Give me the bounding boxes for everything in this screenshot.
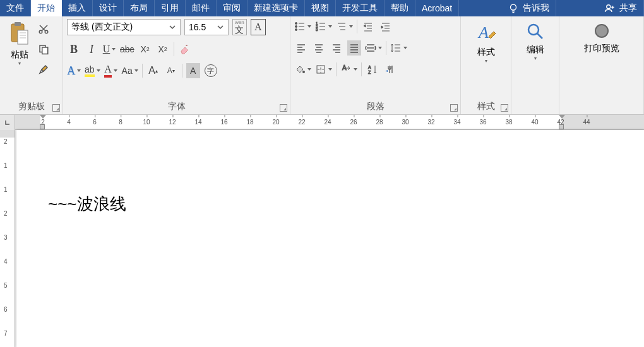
svg-point-15 xyxy=(302,71,305,73)
ribbon-tabs: 文件 开始 插入 设计 布局 引用 邮件 审阅 新建选项卡 视图 开发工具 帮助… xyxy=(0,0,644,16)
distribute-button[interactable] xyxy=(365,40,382,56)
bullets-button[interactable] xyxy=(294,19,311,34)
format-painter-button[interactable] xyxy=(37,62,51,77)
tab-tellme[interactable]: 告诉我 xyxy=(501,0,556,16)
numbering-button[interactable]: 123 xyxy=(315,19,332,34)
strikethrough-button[interactable]: abc xyxy=(120,42,134,57)
svg-rect-4 xyxy=(18,30,28,44)
text-direction-button[interactable]: A xyxy=(340,62,357,77)
copy-button[interactable] xyxy=(37,42,51,57)
scissors-icon xyxy=(38,23,49,35)
justify-button[interactable] xyxy=(347,40,361,56)
tab-newtab[interactable]: 新建选项卡 xyxy=(247,0,305,16)
print-preview-button[interactable]: 打印预览 xyxy=(576,19,627,57)
font-color-button[interactable]: A xyxy=(104,63,118,78)
ruler-vertical[interactable]: 2112345678 xyxy=(0,130,15,347)
editing-button[interactable]: 编辑 ▾ xyxy=(520,19,551,64)
phonetic-guide-button[interactable]: wén 文 xyxy=(232,19,247,35)
sort-button[interactable]: AZ xyxy=(366,62,379,77)
tab-developer[interactable]: 开发工具 xyxy=(336,0,385,16)
tab-references[interactable]: 引用 xyxy=(155,0,186,16)
styles-button[interactable]: A 样式 ▾ xyxy=(470,19,502,66)
svg-text:3: 3 xyxy=(316,28,318,32)
svg-text:A: A xyxy=(342,64,347,71)
copy-icon xyxy=(38,44,49,55)
svg-text:Z: Z xyxy=(368,70,371,74)
svg-point-11 xyxy=(295,29,297,31)
align-right-button[interactable] xyxy=(330,40,343,56)
pilcrow-icon xyxy=(385,64,396,75)
record-icon xyxy=(592,21,611,40)
styles-icon: A xyxy=(475,21,498,44)
paste-button[interactable]: 粘贴 ▾ xyxy=(4,19,35,69)
first-line-indent-marker[interactable] xyxy=(40,115,46,119)
subscript-button[interactable]: X2 xyxy=(138,42,152,57)
indent-icon xyxy=(380,21,391,32)
tab-view[interactable]: 视图 xyxy=(305,0,336,16)
enclose-chars-button[interactable]: 字 xyxy=(204,63,218,78)
right-indent-marker-top[interactable] xyxy=(559,115,565,119)
multilevel-icon xyxy=(336,21,347,32)
chevron-down-icon xyxy=(169,23,176,31)
multilevel-list-button[interactable] xyxy=(336,19,353,34)
ruler-corner[interactable] xyxy=(0,115,15,130)
cut-button[interactable] xyxy=(37,21,51,37)
ruler-horizontal-area: 2468101214161820222426283032343638404244 xyxy=(0,115,644,130)
group-label-paragraph: 段落 xyxy=(367,101,385,111)
font-name-combo[interactable]: 等线 (西文正文) xyxy=(67,19,181,35)
font-size-combo[interactable]: 16.5 xyxy=(184,19,229,35)
tab-design[interactable]: 设计 xyxy=(93,0,124,16)
brush-icon xyxy=(38,64,49,75)
tab-help[interactable]: 帮助 xyxy=(385,0,415,16)
change-case-button[interactable]: Aa xyxy=(122,63,138,78)
highlight-button[interactable]: ab xyxy=(85,63,100,78)
decrease-indent-button[interactable] xyxy=(361,19,375,34)
tab-share[interactable]: 共享 xyxy=(598,0,644,16)
outdent-icon xyxy=(362,21,374,32)
line-spacing-button[interactable] xyxy=(390,40,407,56)
align-left-icon xyxy=(295,42,307,54)
borders-button[interactable] xyxy=(315,62,332,77)
right-indent-marker[interactable] xyxy=(559,124,564,129)
tab-layout[interactable]: 布局 xyxy=(124,0,155,16)
clipboard-icon xyxy=(9,21,30,47)
justify-icon xyxy=(349,42,360,54)
align-center-button[interactable] xyxy=(312,40,326,56)
document-text[interactable]: ~~~波浪线 xyxy=(48,193,612,215)
sort-icon: AZ xyxy=(367,64,378,75)
group-paragraph: 123 A AZ xyxy=(290,16,461,114)
shrink-font-button[interactable]: A▾ xyxy=(164,63,178,78)
tab-insert[interactable]: 插入 xyxy=(62,0,93,16)
show-marks-button[interactable] xyxy=(383,62,397,77)
group-label-clipboard: 剪贴板 xyxy=(18,101,45,111)
numbering-icon: 123 xyxy=(315,21,326,32)
char-shading-button[interactable]: A xyxy=(186,63,200,78)
bold-button[interactable]: B xyxy=(67,42,81,57)
increase-indent-button[interactable] xyxy=(379,19,393,34)
underline-button[interactable]: U xyxy=(102,42,116,57)
text-effects-button[interactable]: A xyxy=(67,63,81,78)
superscript-button[interactable]: X2 xyxy=(156,42,170,57)
dialog-launcher-paragraph[interactable] xyxy=(450,104,458,112)
svg-rect-8 xyxy=(42,47,48,54)
tab-acrobat[interactable]: Acrobat xyxy=(415,0,459,16)
tab-home[interactable]: 开始 xyxy=(31,0,62,16)
group-font: 等线 (西文正文) 16.5 wén 文 A B I U abc X2 xyxy=(63,16,290,114)
grow-font-button[interactable]: A▴ xyxy=(146,63,160,78)
dialog-launcher-clipboard[interactable] xyxy=(52,104,60,112)
tab-file[interactable]: 文件 xyxy=(0,0,31,16)
align-left-button[interactable] xyxy=(294,40,308,56)
tab-mail[interactable]: 邮件 xyxy=(186,0,217,16)
dialog-launcher-styles[interactable] xyxy=(501,104,508,112)
shading-button[interactable] xyxy=(294,62,311,77)
char-border-button[interactable]: A xyxy=(251,19,266,35)
ruler-horizontal[interactable]: 2468101214161820222426283032343638404244 xyxy=(15,115,644,130)
clear-formatting-button[interactable] xyxy=(178,42,192,57)
italic-button[interactable]: I xyxy=(85,42,98,57)
document-page[interactable]: ~~~波浪线 xyxy=(16,130,644,347)
dialog-launcher-font[interactable] xyxy=(280,104,287,112)
left-indent-marker[interactable] xyxy=(40,124,45,129)
align-right-icon xyxy=(331,42,342,54)
svg-point-21 xyxy=(528,25,539,35)
tab-review[interactable]: 审阅 xyxy=(217,0,247,16)
